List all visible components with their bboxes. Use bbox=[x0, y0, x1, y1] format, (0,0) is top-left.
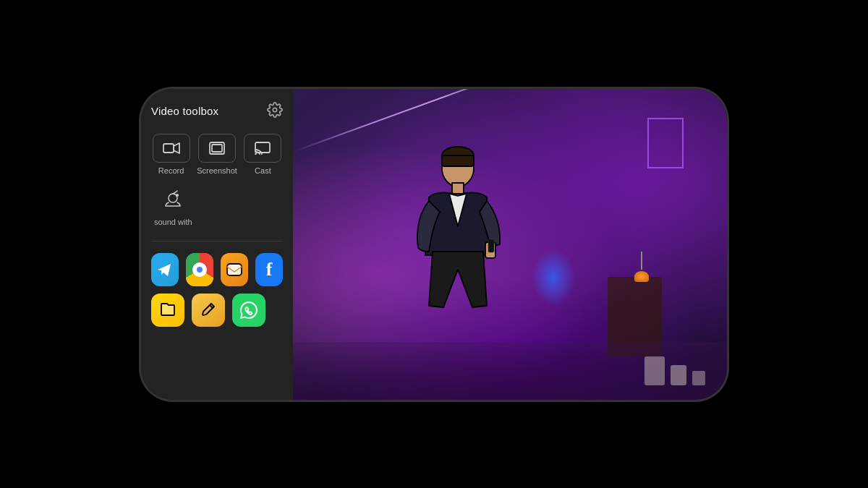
cast-tool[interactable]: Cast bbox=[243, 134, 283, 175]
cast-label: Cast bbox=[255, 166, 271, 175]
svg-rect-1 bbox=[163, 144, 174, 153]
svg-point-0 bbox=[273, 108, 277, 112]
svg-rect-12 bbox=[452, 183, 464, 194]
person-figure bbox=[400, 140, 516, 349]
left-panel: Video toolbox Record bbox=[141, 89, 293, 400]
svg-point-7 bbox=[176, 194, 179, 197]
svg-rect-14 bbox=[488, 239, 494, 252]
record-tool[interactable]: Record bbox=[151, 134, 191, 175]
apps-section: f bbox=[151, 253, 283, 327]
app-chrome[interactable] bbox=[186, 253, 213, 286]
svg-marker-2 bbox=[174, 143, 179, 153]
tools-row: Record Screenshot bbox=[151, 134, 283, 175]
record-icon-box bbox=[153, 134, 190, 163]
wall-frame-decoration bbox=[647, 118, 684, 168]
app-whatsapp[interactable] bbox=[232, 294, 265, 327]
svg-rect-8 bbox=[227, 264, 242, 275]
phone-frame: Video toolbox Record bbox=[141, 89, 727, 400]
toolbox-title: Video toolbox bbox=[151, 105, 218, 117]
divider bbox=[151, 241, 283, 241]
screenshot-icon-box bbox=[198, 134, 236, 163]
screenshot-label: Screenshot bbox=[197, 166, 237, 175]
app-files[interactable] bbox=[151, 294, 184, 327]
lamp-decoration bbox=[634, 252, 649, 281]
right-panel bbox=[293, 89, 727, 400]
sound-icon-box bbox=[154, 185, 192, 214]
app-messenger[interactable] bbox=[221, 253, 248, 286]
sound-row: sound with bbox=[151, 185, 283, 226]
toolbox-header: Video toolbox bbox=[151, 102, 283, 121]
sound-tool[interactable]: sound with bbox=[154, 185, 192, 226]
video-background bbox=[293, 89, 727, 400]
record-label: Record bbox=[158, 166, 184, 175]
screenshot-tool[interactable]: Screenshot bbox=[197, 134, 237, 175]
svg-rect-5 bbox=[255, 142, 270, 153]
svg-rect-4 bbox=[212, 145, 222, 152]
sound-label: sound with bbox=[154, 218, 192, 226]
svg-rect-11 bbox=[442, 155, 474, 166]
app-notes[interactable] bbox=[192, 294, 225, 327]
cast-icon-box bbox=[244, 134, 281, 163]
apps-row-1: f bbox=[151, 253, 283, 286]
app-facebook[interactable]: f bbox=[255, 253, 283, 286]
table-items bbox=[644, 356, 705, 385]
settings-icon[interactable] bbox=[267, 102, 283, 121]
apps-row-2 bbox=[151, 294, 283, 327]
app-telegram[interactable] bbox=[151, 253, 179, 286]
